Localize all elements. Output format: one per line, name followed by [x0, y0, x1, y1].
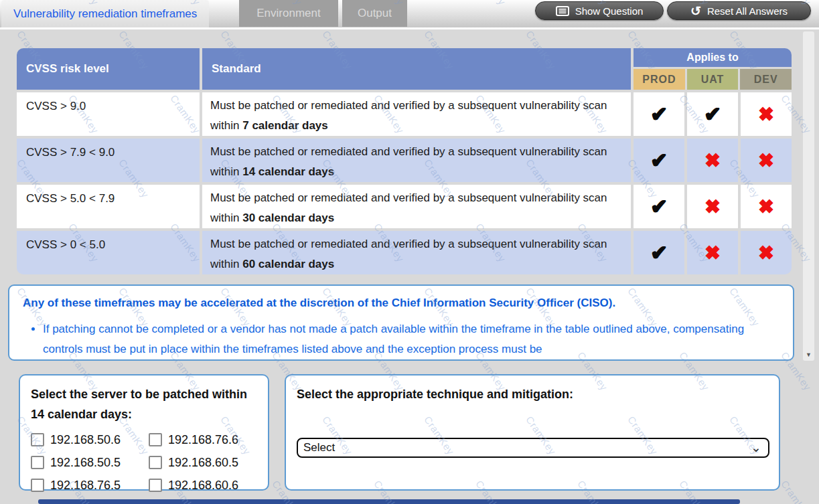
risk-cell: CVSS > 7.9 < 9.0 — [17, 139, 200, 182]
technique-panel-title: Select the appropriate technique and mit… — [297, 384, 768, 404]
server-checkbox-item[interactable]: 192.168.76.6 — [149, 428, 267, 451]
server-checkbox-item[interactable]: 192.168.50.5 — [31, 451, 149, 474]
uat-answer-cell[interactable]: ✖ — [687, 231, 738, 274]
table-row: CVSS > 5.0 < 7.9 Must be patched or reme… — [17, 185, 792, 228]
top-bar: Vulnerability remediation timeframes Env… — [0, 0, 819, 29]
server-checkbox-item[interactable]: 192.168.60.6 — [149, 474, 267, 497]
checkbox[interactable] — [31, 433, 44, 446]
dev-answer-cell[interactable]: ✖ — [741, 231, 792, 274]
risk-cell: CVSS > 5.0 < 7.9 — [17, 185, 200, 228]
vertical-scrollbar[interactable]: ▼ — [803, 31, 814, 361]
server-ip-label: 192.168.50.5 — [50, 456, 121, 470]
table-row: CVSS > 9.0 Must be patched or remediated… — [17, 92, 792, 136]
dev-answer-cell[interactable]: ✖ — [741, 185, 792, 228]
reset-icon: ↺ — [690, 5, 701, 17]
server-checkbox-item[interactable]: 192.168.50.6 — [31, 428, 149, 451]
uat-answer-cell[interactable]: ✔ — [687, 92, 738, 136]
technique-select[interactable]: Select ⌄ — [297, 438, 769, 458]
checkbox[interactable] — [31, 479, 44, 492]
standard-cell: Must be patched or remediated and verifi… — [202, 139, 631, 182]
tab-output[interactable]: Output — [342, 0, 407, 27]
reset-label: Reset All Answers — [707, 5, 788, 17]
note-heading: Any of these timeframes may be accelerat… — [23, 295, 775, 312]
table-row: CVSS > 0 < 5.0 Must be patched or remedi… — [17, 231, 792, 274]
applies-to-group: Applies to PROD UAT DEV — [634, 48, 792, 90]
dev-answer-cell[interactable]: ✖ — [741, 139, 792, 182]
uat-answer-cell[interactable]: ✖ — [687, 185, 738, 228]
prod-answer-cell[interactable]: ✔ — [634, 92, 684, 136]
prod-answer-cell[interactable]: ✔ — [634, 185, 684, 228]
standard-cell: Must be patched or remediated and verifi… — [202, 92, 631, 136]
prod-answer-cell[interactable]: ✔ — [634, 139, 684, 182]
horizontal-scrollbar-thumb[interactable] — [38, 499, 740, 504]
column-header-risk: CVSS risk level — [17, 48, 200, 90]
quiz-page: Vulnerability remediation timeframes Env… — [0, 0, 819, 504]
technique-select-value: Select — [303, 441, 335, 454]
dev-answer-cell[interactable]: ✖ — [741, 92, 792, 136]
server-checkbox-grid: 192.168.50.6 192.168.76.6 192.168.50.5 1… — [31, 428, 258, 497]
prod-answer-cell[interactable]: ✔ — [634, 231, 684, 274]
show-question-label: Show Question — [575, 5, 644, 17]
risk-cell: CVSS > 9.0 — [17, 92, 200, 136]
server-selection-panel: Select the server to be patched within 1… — [19, 374, 269, 491]
server-panel-title: Select the server to be patched within 1… — [31, 384, 258, 424]
checkbox[interactable] — [149, 479, 162, 492]
table-header-row: CVSS risk level Standard Applies to PROD… — [17, 48, 792, 90]
server-checkbox-item[interactable]: 192.168.76.5 — [31, 474, 149, 497]
server-ip-label: 192.168.60.6 — [168, 479, 238, 493]
risk-cell: CVSS > 0 < 5.0 — [17, 231, 200, 274]
chevron-down-icon: ⌄ — [751, 444, 761, 451]
column-header-prod: PROD — [634, 69, 685, 90]
show-question-button[interactable]: Show Question — [535, 1, 664, 20]
technique-panel: Select the appropriate technique and mit… — [285, 374, 780, 491]
server-ip-label: 192.168.76.5 — [50, 479, 121, 493]
checkbox[interactable] — [149, 433, 162, 446]
tab-environment[interactable]: Environment — [239, 0, 338, 27]
list-icon — [556, 6, 569, 16]
server-ip-label: 192.168.76.6 — [168, 433, 238, 447]
server-checkbox-item[interactable]: 192.168.60.5 — [149, 451, 267, 474]
uat-answer-cell[interactable]: ✖ — [687, 139, 738, 182]
table-row: CVSS > 7.9 < 9.0 Must be patched or reme… — [17, 139, 792, 182]
checkbox[interactable] — [149, 456, 162, 469]
column-header-applies-to: Applies to — [634, 48, 792, 67]
column-header-uat: UAT — [687, 69, 739, 90]
standard-cell: Must be patched or remediated and verifi… — [202, 185, 631, 228]
scroll-down-arrow-icon[interactable]: ▼ — [803, 351, 814, 358]
column-header-dev: DEV — [740, 69, 792, 90]
standard-cell: Must be patched or remediated and verifi… — [202, 231, 631, 274]
checkbox[interactable] — [31, 456, 44, 469]
ciso-note-box: Any of these timeframes may be accelerat… — [8, 284, 794, 361]
server-ip-label: 192.168.60.5 — [168, 456, 238, 470]
note-bullet: If patching cannot be completed or a ven… — [43, 319, 775, 359]
column-header-standard: Standard — [202, 48, 631, 90]
remediation-table: CVSS risk level Standard Applies to PROD… — [17, 48, 792, 277]
reset-all-answers-button[interactable]: ↺ Reset All Answers — [667, 1, 811, 20]
server-ip-label: 192.168.50.6 — [50, 433, 121, 447]
tab-vulnerability-remediation-timeframes[interactable]: Vulnerability remediation timeframes — [1, 0, 209, 27]
